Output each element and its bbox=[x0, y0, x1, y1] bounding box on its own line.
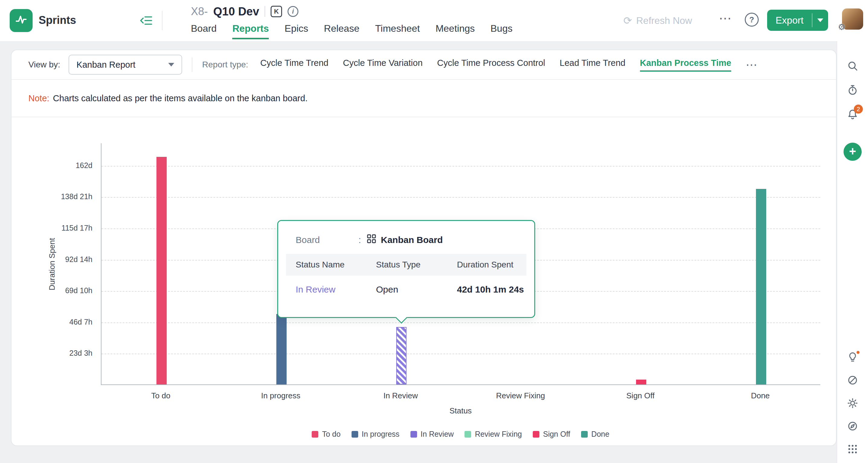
user-avatar[interactable]: ⚙ bbox=[842, 8, 863, 30]
legend-swatch bbox=[351, 431, 358, 438]
alert-dot bbox=[856, 350, 861, 355]
project-title-row: X8- Q10 Dev K i bbox=[191, 4, 299, 19]
gear-icon[interactable]: ⚙ bbox=[838, 22, 845, 32]
export-button[interactable]: Export bbox=[767, 10, 828, 31]
legend-label: Review Fixing bbox=[475, 430, 522, 438]
legend-label: To do bbox=[322, 430, 340, 438]
gridline bbox=[101, 197, 820, 198]
report-type-lead-time-trend[interactable]: Lead Time Trend bbox=[560, 58, 625, 71]
tooltip-board-row: Board : Kanban Board bbox=[278, 221, 534, 245]
report-type-kanban-process-time[interactable]: Kanban Process Time bbox=[640, 58, 731, 71]
bar-in-review[interactable] bbox=[396, 327, 406, 384]
gridline bbox=[101, 166, 820, 167]
export-dropdown-button[interactable] bbox=[812, 10, 828, 31]
refresh-icon: ⟳ bbox=[623, 15, 632, 27]
quick-add-button[interactable]: + bbox=[843, 143, 862, 161]
legend-swatch bbox=[312, 431, 318, 438]
report-type-cycle-time-trend[interactable]: Cycle Time Trend bbox=[260, 58, 329, 71]
report-toolbar: View by: Kanban Report Report type: Cycl… bbox=[11, 50, 836, 80]
note-text: Charts calculated as per the items avail… bbox=[53, 93, 307, 104]
tooltip-status-name[interactable]: In Review bbox=[296, 284, 376, 295]
x-tick-label: Review Fixing bbox=[472, 391, 569, 400]
bar-done[interactable] bbox=[756, 189, 766, 384]
toolbar-divider bbox=[192, 57, 192, 72]
sprints-logo-icon bbox=[14, 13, 28, 28]
legend-item-to-do[interactable]: To do bbox=[312, 430, 340, 438]
x-tick-label: In Review bbox=[352, 391, 449, 400]
legend-item-sign-off[interactable]: Sign Off bbox=[533, 430, 570, 438]
project-name: Q10 Dev bbox=[213, 5, 259, 18]
more-options-icon[interactable]: ⋯ bbox=[719, 11, 732, 26]
tab-release[interactable]: Release bbox=[324, 23, 360, 39]
report-type-more-icon[interactable]: ⋯ bbox=[746, 58, 757, 71]
whats-new-icon[interactable] bbox=[847, 352, 858, 363]
view-by-select[interactable]: Kanban Report bbox=[68, 55, 182, 75]
y-tick-label: 92d 14h bbox=[11, 255, 92, 264]
x-axis-label: Status bbox=[101, 406, 820, 415]
legend-swatch bbox=[465, 431, 471, 438]
y-tick-label: 69d 10h bbox=[11, 286, 92, 295]
panel-toggle-icon[interactable] bbox=[140, 16, 152, 28]
gridline bbox=[101, 354, 820, 354]
tooltip-col-status-type: Status Type bbox=[376, 260, 457, 269]
timer-icon[interactable] bbox=[847, 85, 858, 95]
info-icon[interactable]: i bbox=[287, 6, 299, 17]
view-by-label: View by: bbox=[28, 60, 60, 69]
app-logo[interactable] bbox=[10, 9, 33, 32]
sun-icon[interactable] bbox=[847, 398, 858, 409]
bell-icon[interactable]: 2 bbox=[847, 109, 858, 120]
export-label[interactable]: Export bbox=[767, 10, 812, 31]
y-tick-label: 115d 17h bbox=[11, 224, 92, 232]
top-header: Sprints X8- Q10 Dev K i BoardReportsEpic… bbox=[0, 0, 868, 41]
project-nav-tabs: BoardReportsEpicsReleaseTimesheetMeeting… bbox=[191, 23, 513, 39]
tab-bugs[interactable]: Bugs bbox=[491, 23, 513, 39]
help-icon[interactable]: ? bbox=[745, 13, 759, 27]
tooltip-colon: : bbox=[359, 235, 367, 245]
legend-swatch bbox=[581, 431, 588, 438]
rail-top-group: 2+ bbox=[843, 60, 862, 161]
legend-item-review-fixing[interactable]: Review Fixing bbox=[465, 430, 522, 438]
x-tick-label: Done bbox=[712, 391, 809, 400]
legend-label: Done bbox=[591, 430, 610, 438]
bar-to-do[interactable] bbox=[156, 157, 167, 384]
report-type-label: Report type: bbox=[202, 60, 248, 69]
kanban-board-badge: K bbox=[271, 6, 282, 17]
refresh-now-button[interactable]: ⟳ Refresh Now bbox=[623, 15, 692, 27]
board-grid-icon bbox=[367, 234, 376, 245]
tab-reports[interactable]: Reports bbox=[232, 23, 269, 39]
compass-icon[interactable] bbox=[847, 421, 858, 432]
x-tick-label: In progress bbox=[232, 391, 329, 400]
tooltip-table-header: Status Name Status Type Duration Spent bbox=[286, 254, 526, 276]
x-tick-label: To do bbox=[113, 391, 209, 400]
legend-item-in-review[interactable]: In Review bbox=[410, 430, 454, 438]
report-type-cycle-time-variation[interactable]: Cycle Time Variation bbox=[343, 58, 423, 71]
bar-sign-off[interactable] bbox=[636, 380, 646, 384]
y-tick-label: 23d 3h bbox=[11, 349, 92, 357]
slash-icon[interactable] bbox=[847, 375, 858, 386]
apps-icon[interactable] bbox=[847, 444, 858, 455]
page: Sprints X8- Q10 Dev K i BoardReportsEpic… bbox=[0, 0, 868, 463]
search-icon[interactable] bbox=[847, 60, 858, 71]
legend-swatch bbox=[410, 431, 417, 438]
report-type-cycle-time-process-control[interactable]: Cycle Time Process Control bbox=[437, 58, 545, 71]
view-by-value: Kanban Report bbox=[76, 60, 135, 70]
tooltip-col-duration: Duration Spent bbox=[457, 260, 526, 269]
tab-timesheet[interactable]: Timesheet bbox=[375, 23, 420, 39]
tooltip-board-name-wrap: Kanban Board bbox=[367, 234, 534, 245]
bar-in-progress[interactable] bbox=[276, 314, 287, 384]
chart-legend: To doIn progressIn ReviewReview FixingSi… bbox=[101, 430, 820, 438]
tooltip-col-status-name: Status Name bbox=[296, 260, 376, 269]
tab-epics[interactable]: Epics bbox=[284, 23, 308, 39]
y-tick-label: 46d 7h bbox=[11, 318, 92, 326]
title-separator bbox=[265, 6, 265, 17]
y-tick-label: 138d 21h bbox=[11, 192, 92, 201]
legend-item-in-progress[interactable]: In progress bbox=[351, 430, 400, 438]
note-bar: Note: Charts calculated as per the items… bbox=[11, 80, 836, 117]
tab-meetings[interactable]: Meetings bbox=[435, 23, 475, 39]
x-tick-label: Sign Off bbox=[592, 391, 689, 400]
report-type-tabs: Cycle Time TrendCycle Time VariationCycl… bbox=[260, 58, 731, 71]
legend-label: Sign Off bbox=[543, 430, 570, 438]
y-axis-label: Duration Spent bbox=[48, 238, 57, 290]
tab-board[interactable]: Board bbox=[191, 23, 217, 39]
legend-item-done[interactable]: Done bbox=[581, 430, 610, 438]
